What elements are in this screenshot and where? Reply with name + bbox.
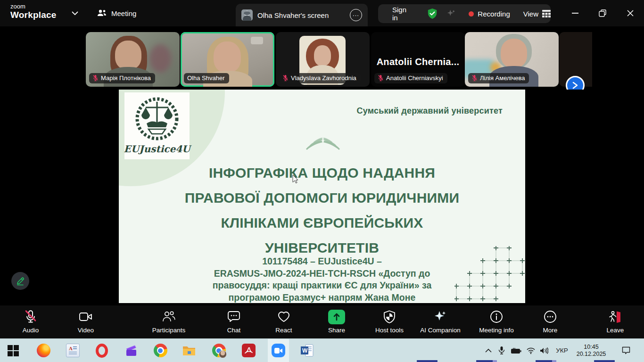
folder-icon <box>182 345 196 357</box>
participant-name-pill: Лілія Амелічева <box>468 73 529 83</box>
minimize-button[interactable] <box>568 7 582 20</box>
video-tile-active-speaker[interactable]: Olha Shvaher <box>181 32 274 87</box>
host-tools-shield-icon <box>383 310 396 323</box>
university-name: Сумський державний університет <box>356 106 503 116</box>
chat-icon <box>227 310 241 323</box>
tab-shared-screen[interactable]: Olha Shvaher's screen ... <box>236 4 368 26</box>
view-button[interactable]: View <box>523 10 551 18</box>
tray-language[interactable]: УКР <box>553 339 571 362</box>
plus-grid-decoration <box>454 246 525 303</box>
ai-companion-button[interactable]: AI Companion <box>414 307 466 334</box>
ai-sparkle-icon[interactable] <box>446 8 456 19</box>
tab-meeting[interactable]: Meeting <box>97 0 136 26</box>
windows-taskbar: A W <box>0 338 644 362</box>
share-screen-icon <box>328 310 345 324</box>
firefox-icon <box>37 344 50 357</box>
participant-name-pill: Марія Плотнікова <box>89 73 155 83</box>
taskbar-opera[interactable] <box>91 339 112 362</box>
camera-icon <box>79 311 93 322</box>
taskbar-word[interactable]: W <box>297 339 318 362</box>
tray-microphone[interactable] <box>495 339 508 362</box>
tray-battery[interactable] <box>509 339 523 362</box>
taskbar-file-explorer[interactable] <box>179 339 199 362</box>
video-tile[interactable]: Марія Плотнікова <box>86 32 180 87</box>
share-button[interactable]: Share <box>311 307 363 334</box>
restore-button[interactable] <box>595 7 610 20</box>
participants-icon <box>162 310 176 323</box>
notification-icon <box>622 346 630 354</box>
chrome-icon <box>154 344 167 357</box>
leave-button[interactable]: Leave <box>589 307 641 334</box>
mic-muted-icon <box>24 310 37 324</box>
participant-name-pill: Vladyslava Zavhorodnia <box>279 73 361 83</box>
host-tools-button[interactable]: Host tools <box>363 307 415 334</box>
shared-screen-stage: EUJustice4U Сумський державний університ… <box>0 90 644 305</box>
people-icon <box>97 9 107 17</box>
taskbar-zoom[interactable] <box>268 339 289 362</box>
video-tile[interactable]: Vladyslava Zavhorodnia <box>276 32 370 87</box>
tab-shared-screen-label: Olha Shvaher's screen <box>257 11 329 19</box>
sign-in-button[interactable]: Sign in <box>378 6 423 22</box>
info-icon <box>490 310 503 323</box>
participant-display-name: Anatolii Chernia... <box>371 57 465 67</box>
ai-companion-icon <box>433 310 447 324</box>
heart-icon <box>277 311 290 323</box>
logo-workplace-text: Workplace <box>10 10 57 20</box>
taskbar-firefox[interactable] <box>33 339 54 362</box>
tray-chevron-up[interactable] <box>482 339 495 362</box>
logo-zoom-text: zoom <box>10 3 57 10</box>
annotate-button[interactable] <box>11 272 29 290</box>
reader-app-icon: A <box>66 344 80 357</box>
close-button[interactable] <box>623 7 637 20</box>
more-button[interactable]: More <box>524 307 576 334</box>
speaker-icon <box>540 347 548 354</box>
tray-volume[interactable] <box>537 339 551 362</box>
participants-button[interactable]: Participants <box>143 307 195 334</box>
clapperboard-icon <box>124 344 138 357</box>
microphone-icon <box>498 346 505 355</box>
taskbar-chrome-profile[interactable] <box>208 339 229 362</box>
participants-video-strip: Марія Плотнікова Olha Shvaher Vladyslava… <box>0 26 644 90</box>
meeting-info-button[interactable]: Meeting info <box>471 307 522 334</box>
taskbar-media-app[interactable] <box>121 339 141 362</box>
tray-time: 10:45 <box>584 344 598 351</box>
zoom-workplace-logo[interactable]: zoom Workplace <box>10 3 57 20</box>
chevron-right-icon <box>572 82 578 89</box>
tab-more-options-icon[interactable]: ... <box>350 9 362 21</box>
mic-muted-icon <box>378 74 384 82</box>
tab-meeting-label: Meeting <box>111 9 136 17</box>
start-button[interactable] <box>3 339 24 362</box>
logo-wordmark: EUJustice4U <box>124 143 190 155</box>
acrobat-icon <box>242 344 256 357</box>
open-book-icon <box>305 134 341 153</box>
recording-indicator[interactable]: Recording <box>469 10 510 18</box>
taskbar-acrobat[interactable] <box>238 339 259 362</box>
participant-name-pill: Anatolii Cherniavskyi <box>374 73 447 83</box>
audio-button[interactable]: Audio <box>5 307 57 334</box>
more-ellipsis-icon <box>544 310 557 323</box>
taskbar-reader-app[interactable]: A <box>62 339 83 362</box>
security-shield-icon[interactable] <box>427 8 438 20</box>
svg-text:W: W <box>302 347 308 354</box>
participant-name-pill: Olha Shvaher <box>184 73 229 83</box>
view-grid-icon <box>542 10 551 17</box>
react-button[interactable]: React <box>258 307 310 334</box>
tray-clock[interactable]: 10:45 20.12.2025 <box>572 339 610 362</box>
zoom-app-icon <box>272 344 285 357</box>
tray-date: 20.12.2025 <box>577 351 606 358</box>
taskbar-chrome[interactable] <box>150 339 171 362</box>
chat-button[interactable]: Chat <box>208 307 260 334</box>
chrome-profile-icon <box>212 344 226 357</box>
chevron-down-icon[interactable] <box>72 11 78 16</box>
video-tile[interactable]: Anatolii Chernia... Anatolii Cherniavsky… <box>371 32 465 87</box>
wifi-icon <box>527 347 535 354</box>
video-button[interactable]: Video <box>60 307 112 334</box>
tray-wifi[interactable] <box>524 339 537 362</box>
mic-muted-icon <box>471 74 478 82</box>
windows-logo-icon <box>8 345 19 356</box>
recording-dot-icon <box>469 11 474 16</box>
eujustice4u-logo: EUJustice4U <box>124 92 190 159</box>
video-tile[interactable]: Лілія Амелічева <box>465 32 559 87</box>
profile-avatar <box>219 350 227 358</box>
tray-action-center[interactable] <box>618 339 635 362</box>
